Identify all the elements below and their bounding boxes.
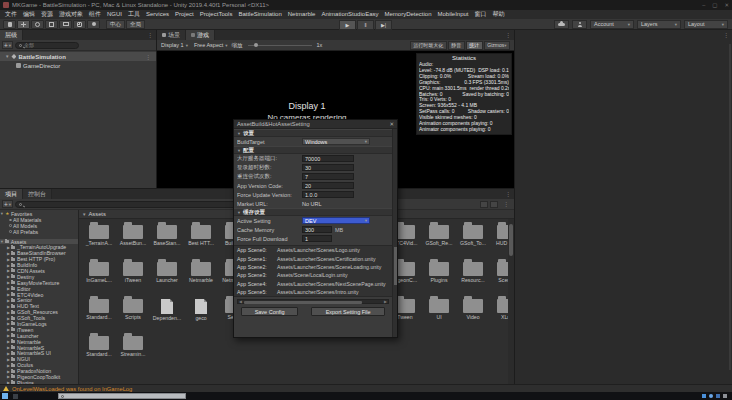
scale-slider-knob[interactable] [254,43,258,47]
asset-item[interactable]: Scripts [117,299,149,320]
taskbar-search-box[interactable] [58,393,186,399]
dialog-hscrollbar[interactable]: ◀ ▶ [237,299,389,304]
hscrollbar-thumb[interactable] [244,301,362,304]
step-button[interactable]: ▶| [375,20,392,30]
play-button[interactable]: ▶ [339,20,356,30]
tab-project[interactable]: 项目 [0,189,23,199]
asset-item[interactable]: Launcher [151,262,183,283]
app-scene-row[interactable]: App Scene4:Assets/Launcher/Scenes/NextSc… [234,280,392,288]
asset-item[interactable]: Standard... [83,336,115,357]
settings-input[interactable] [302,155,354,162]
grid-scrollbar[interactable] [508,219,514,384]
grid-scrollbar-thumb[interactable] [509,224,513,256]
asset-item[interactable]: UI [423,299,455,320]
dialog-vscrollbar[interactable] [392,129,397,337]
tray-icon[interactable] [723,394,727,398]
kebab-menu-icon[interactable]: ⋮ [502,189,514,199]
hierarchy-search[interactable]: 全部 [15,42,79,49]
minimize-icon[interactable]: – [702,2,705,8]
export-setting-button[interactable]: Export Setting File [311,307,385,316]
gameview-button-0[interactable]: 运行时最大化 [410,41,447,50]
menu-item-11[interactable]: Netmarble [285,10,319,19]
hierarchy-item[interactable]: GameDirector [0,61,156,70]
settings-dropdown[interactable]: Windows▾ [302,138,370,145]
gameview-button-2[interactable]: 统计 [466,41,483,50]
app-scene-row[interactable]: App Scene3:Assets/Scene/LocalLogin.unity [234,271,392,279]
tray-icon[interactable] [709,394,713,398]
layers-dropdown[interactable]: Layers▾ [637,20,681,29]
create-object-button[interactable]: +▾ [2,41,13,49]
rotate-tool-button[interactable] [31,20,44,29]
menu-item-16[interactable]: 帮助 [490,10,508,19]
menu-item-10[interactable]: BattleSimulation [235,10,284,19]
space-toggle-button[interactable]: 全局 [126,20,145,29]
gameview-button-1[interactable]: 静音 [448,41,465,50]
app-scene-row[interactable]: App Scene0:Assets/Launcher/Scenes/Logo.u… [234,246,392,254]
dialog-titlebar[interactable]: AssetBuild&HotAssetSetting ✕ [234,120,397,129]
asset-item[interactable]: Streamin... [117,336,149,357]
asset-item[interactable]: BaseStan... [151,225,183,246]
settings-input[interactable] [302,164,354,171]
scroll-left-icon[interactable]: ◀ [239,299,242,304]
settings-input[interactable] [302,226,332,233]
hand-tool-button[interactable] [3,20,16,29]
menu-item-9[interactable]: ProjectTools [197,10,236,19]
aspect-dropdown[interactable]: Free Aspect ▾ [192,42,230,48]
tray-icon[interactable] [702,394,706,398]
section-header[interactable]: ▼缓存设置 [234,208,392,216]
menu-item-1[interactable]: 编辑 [20,10,38,19]
menu-item-3[interactable]: 游戏对象 [56,10,86,19]
app-scene-row[interactable]: App Scene2:Assets/Launcher/Scenes/SceneL… [234,263,392,271]
menu-item-7[interactable]: Services [143,10,172,19]
tab-scene[interactable]: 场景 [157,30,186,40]
asset-item[interactable]: Best HTT... [185,225,217,246]
asset-item[interactable]: iTween [117,262,149,283]
inspector-scrollbar[interactable] [729,44,731,370]
tab-hierarchy[interactable]: 层级 [0,30,23,40]
scroll-right-icon[interactable]: ▶ [384,299,387,304]
tab-console[interactable]: 控制台 [23,189,52,199]
settings-input[interactable] [302,235,332,242]
display-dropdown[interactable]: Display 1 ▾ [159,42,190,48]
asset-item[interactable]: Standard... [83,299,115,320]
asset-item[interactable]: Video [457,299,489,320]
save-config-button[interactable]: Save Config [241,307,298,316]
settings-input[interactable] [302,182,354,189]
rect-tool-button[interactable] [59,20,72,29]
kebab-menu-icon[interactable]: ⋮ [144,30,156,40]
scene-row[interactable]: ▼ BattleSimulation ⋮ [0,52,156,61]
collab-button[interactable] [554,20,569,29]
scale-slider[interactable] [248,45,312,46]
create-asset-button[interactable]: +▾ [2,200,13,208]
maximize-icon[interactable]: ▢ [712,2,717,8]
menu-item-15[interactable]: 窗口 [472,10,490,19]
tray-icon[interactable] [716,394,720,398]
asset-item[interactable]: Plugins [423,262,455,283]
menu-item-8[interactable]: Project [172,10,197,19]
gameview-button-3[interactable]: Gizmos ▾ [484,41,510,50]
asset-item[interactable]: InGameL... [83,262,115,283]
start-button-icon[interactable] [2,393,8,399]
layout-dropdown[interactable]: Layout▾ [684,20,728,29]
asset-item[interactable]: Netmarble [185,262,217,283]
tab-game[interactable]: 游戏 [186,30,215,40]
kebab-menu-icon[interactable]: ⋮ [142,52,154,62]
menu-item-5[interactable]: NGUI [104,10,125,19]
task-view-icon[interactable] [13,394,18,399]
lock-icon[interactable]: ⋮ [500,199,512,209]
settings-dropdown[interactable]: DEV▾ [302,217,370,224]
asset-item[interactable]: GSoft_To... [457,225,489,246]
asset-item[interactable]: Dependen... [151,299,183,321]
vscrollbar-thumb[interactable] [394,247,397,285]
close-icon[interactable]: ✕ [389,121,394,127]
pivot-toggle-button[interactable]: 中心 [106,20,125,29]
menu-item-6[interactable]: 工具 [125,10,143,19]
menu-item-4[interactable]: 组件 [86,10,104,19]
section-header[interactable]: ▼配置 [234,146,392,154]
settings-input[interactable] [302,173,354,180]
asset-item[interactable]: _TerrainA... [83,225,115,246]
section-header[interactable]: ▼设置 [234,129,392,137]
menu-item-0[interactable]: 文件 [2,10,20,19]
account-button[interactable] [572,20,587,29]
menu-item-12[interactable]: AnimationStudioEasy [318,10,381,19]
